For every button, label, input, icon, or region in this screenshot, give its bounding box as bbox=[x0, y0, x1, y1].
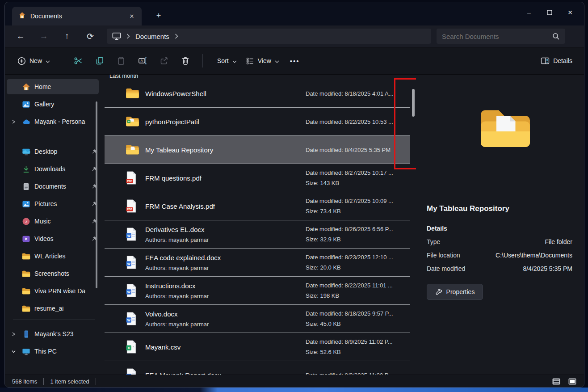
pdf-icon: PDF bbox=[126, 199, 145, 213]
home-icon bbox=[20, 83, 32, 91]
modified-value: 8/4/2025 5:35 PM bbox=[523, 265, 572, 272]
sidebar-item-viva-prn[interactable]: Viva PRN wise Da bbox=[7, 283, 99, 299]
search-box[interactable] bbox=[437, 29, 565, 44]
sidebar-item-wl-articles[interactable]: WL Articles bbox=[7, 249, 99, 264]
wrench-icon bbox=[435, 288, 442, 295]
file-row[interactable]: W Derivatives EL.docxAuthors: mayank par… bbox=[105, 220, 410, 249]
word-icon: W bbox=[126, 284, 145, 297]
sidebar-item-label: Pictures bbox=[34, 200, 89, 207]
sidebar-item-onedrive[interactable]: Mayank - Persona bbox=[7, 114, 99, 129]
file-date-modified: Date modified: 8/23/2025 12:10 ... bbox=[306, 254, 411, 261]
svg-text:A: A bbox=[140, 59, 143, 63]
file-date-modified: Date modified: 8/9/2025 11:02 P... bbox=[306, 338, 411, 345]
folder-icon bbox=[126, 88, 145, 99]
new-button[interactable]: New bbox=[13, 53, 55, 69]
sidebar-item-label: Downloads bbox=[34, 165, 89, 173]
paste-button[interactable] bbox=[113, 53, 130, 69]
rename-button[interactable]: A bbox=[134, 53, 151, 69]
up-icon[interactable]: ↑ bbox=[59, 30, 75, 43]
new-button-label: New bbox=[29, 57, 42, 64]
file-row[interactable]: W Volvo.docxAuthors: mayank parmar Date … bbox=[105, 305, 410, 333]
chevron-right-icon[interactable] bbox=[7, 120, 20, 124]
details-view-icon[interactable] bbox=[551, 377, 562, 386]
chevron-down-icon bbox=[46, 57, 50, 64]
refresh-icon[interactable]: ⟳ bbox=[83, 30, 98, 43]
cut-button[interactable] bbox=[70, 53, 87, 69]
sidebar-scrollbar[interactable] bbox=[96, 101, 97, 288]
sidebar-item-this-pc[interactable]: This PC bbox=[7, 344, 99, 359]
sidebar-item-resume-ai[interactable]: resume_ai bbox=[7, 301, 99, 316]
file-row[interactable]: W Instructions.docxAuthors: mayank parma… bbox=[105, 277, 410, 305]
sidebar-item-label: resume_ai bbox=[34, 305, 99, 312]
file-row[interactable]: a,X Mayank.csv Date modified: 8/9/2025 1… bbox=[105, 333, 410, 361]
music-icon: ♪ bbox=[20, 217, 32, 226]
back-icon[interactable]: ← bbox=[13, 30, 28, 43]
sort-button[interactable]: Sort bbox=[209, 54, 241, 68]
file-date-modified: Date modified: 8/27/2025 10:17 ... bbox=[306, 169, 411, 176]
more-options-icon[interactable]: ••• bbox=[290, 57, 300, 65]
file-date-modified: Date modified: 8/22/2025 11:01 ... bbox=[306, 282, 411, 289]
details-title: My Tableau Repository bbox=[427, 204, 584, 213]
toolbar-divider bbox=[61, 54, 61, 67]
delete-button[interactable] bbox=[177, 53, 194, 69]
new-tab-button[interactable]: + bbox=[152, 9, 165, 22]
sidebar-item-videos[interactable]: Videos bbox=[7, 231, 99, 246]
word-icon: W bbox=[126, 312, 145, 325]
details-panel-icon bbox=[541, 57, 550, 65]
file-list-scrollbar[interactable] bbox=[412, 89, 415, 117]
chevron-right-icon[interactable] bbox=[7, 332, 20, 336]
search-input[interactable] bbox=[442, 33, 552, 40]
group-header[interactable]: Last month bbox=[103, 75, 416, 80]
details-pane-toggle[interactable]: Details bbox=[536, 53, 577, 68]
sidebar-item-home[interactable]: Home bbox=[7, 79, 99, 94]
chevron-right-icon bbox=[175, 33, 178, 40]
svg-text:W: W bbox=[127, 318, 130, 322]
forward-icon[interactable]: → bbox=[36, 30, 51, 43]
sidebar-item-label: Home bbox=[34, 83, 99, 90]
sidebar-item-documents[interactable]: Documents bbox=[7, 179, 99, 194]
view-button[interactable]: View bbox=[241, 53, 284, 69]
file-size: Size: 45.0 KB bbox=[306, 320, 411, 327]
file-row[interactable]: W FEA Mayank Report.docx Date modified: … bbox=[105, 361, 410, 375]
location-label: File location bbox=[427, 252, 460, 259]
breadcrumb-item-documents[interactable]: Documents bbox=[135, 33, 169, 40]
window-close-button[interactable]: ✕ bbox=[560, 5, 580, 20]
sidebar-item-music[interactable]: ♪ Music bbox=[7, 214, 99, 229]
sidebar-divider bbox=[13, 133, 95, 133]
sidebar-item-screenshots[interactable]: Screenshots bbox=[7, 266, 99, 281]
statusbar: 568 items 1 item selected bbox=[5, 375, 584, 388]
explorer-tab[interactable]: Documents ✕ bbox=[12, 7, 142, 25]
chevron-down-icon[interactable] bbox=[7, 350, 20, 354]
selection-count: 1 item selected bbox=[50, 378, 89, 385]
file-date-modified: Date modified: 8/27/2025 10:09 ... bbox=[306, 198, 411, 204]
sidebar-item-pictures[interactable]: Pictures bbox=[7, 196, 99, 211]
file-row-selected[interactable]: My Tableau Repository Date modified: 8/4… bbox=[105, 136, 410, 164]
file-row[interactable]: W FEA code explained.docxAuthors: mayank… bbox=[105, 249, 410, 277]
file-list: Last month WindowsPowerShell Date modifi… bbox=[103, 75, 416, 375]
window-maximize-button[interactable] bbox=[539, 5, 560, 20]
share-button[interactable] bbox=[155, 53, 172, 69]
chevron-right-icon bbox=[126, 33, 130, 40]
tab-close-icon[interactable]: ✕ bbox=[126, 11, 137, 21]
svg-text:♪: ♪ bbox=[25, 219, 27, 224]
sidebar-item-phone[interactable]: Mayank's S23 bbox=[7, 326, 99, 341]
properties-button[interactable]: Properties bbox=[427, 284, 483, 300]
share-icon bbox=[160, 56, 168, 65]
copy-button[interactable] bbox=[91, 53, 108, 69]
window-minimize-button[interactable]: – bbox=[519, 5, 539, 20]
sidebar-item-downloads[interactable]: Downloads bbox=[7, 161, 99, 177]
videos-icon bbox=[20, 235, 32, 243]
large-thumbnails-view-icon[interactable] bbox=[567, 377, 578, 386]
items-count: 568 items bbox=[12, 378, 37, 385]
breadcrumb[interactable]: Documents bbox=[107, 29, 431, 44]
sidebar-item-desktop[interactable]: Desktop bbox=[7, 144, 99, 159]
file-row[interactable]: WindowsPowerShell Date modified: 8/18/20… bbox=[105, 80, 410, 108]
desktop-taskbar-strip bbox=[0, 388, 588, 392]
file-row[interactable]: PDF FRM questions.pdf Date modified: 8/2… bbox=[105, 164, 410, 192]
file-row[interactable]: PDF FRM Case Analysis.pdf Date modified:… bbox=[105, 192, 410, 220]
sidebar-item-gallery[interactable]: Gallery bbox=[7, 97, 99, 112]
toolbar-divider bbox=[202, 54, 203, 67]
file-size: Size: 32.9 KB bbox=[306, 236, 411, 243]
sidebar-item-label: Mayank - Persona bbox=[34, 118, 99, 125]
file-row[interactable]: pythonProjectPatil Date modified: 8/22/2… bbox=[105, 108, 410, 136]
